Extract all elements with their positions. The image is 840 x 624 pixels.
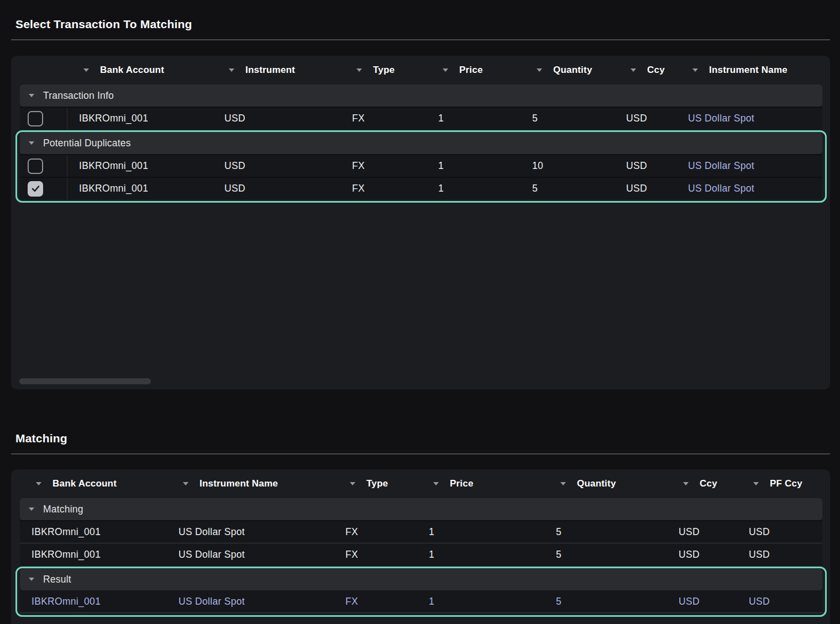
column-menu-icon[interactable]: [560, 482, 566, 485]
column-menu-icon[interactable]: [683, 482, 689, 485]
cell-type: FX: [340, 155, 427, 177]
cell-instrument-name-link[interactable]: US Dollar Spot: [676, 108, 822, 129]
column-menu-icon[interactable]: [433, 482, 439, 485]
column-menu-icon[interactable]: [443, 68, 448, 72]
table2-header-ccy[interactable]: Ccy: [667, 478, 737, 489]
row-select-cell: [20, 155, 67, 177]
collapse-icon[interactable]: [29, 94, 34, 97]
table-row: IBKROmni_001 USD FX 1 5 USD US Dollar Sp…: [20, 177, 822, 199]
cell-pf-ccy: USD: [737, 590, 822, 612]
checkmark-icon: [30, 183, 41, 194]
cell-quantity: 5: [544, 590, 667, 612]
cell-ccy: USD: [667, 521, 737, 543]
potential-duplicates-highlight: Potential Duplicates IBKROmni_001 USD FX…: [15, 130, 827, 203]
table2-header-instrument-name[interactable]: Instrument Name: [167, 478, 334, 489]
cell-ccy: USD: [667, 590, 737, 612]
column-menu-icon[interactable]: [36, 482, 41, 485]
table-row: IBKROmni_001 US Dollar Spot FX 1 5 USD U…: [20, 520, 822, 543]
cell-instrument-name: US Dollar Spot: [167, 543, 334, 565]
cell-quantity: 5: [544, 543, 667, 565]
row-select-cell: [20, 178, 67, 199]
section1-divider: [11, 39, 830, 40]
result-row: IBKROmni_001 US Dollar Spot FX 1 5 USD U…: [20, 590, 822, 613]
cell-price: 1: [427, 178, 521, 199]
column-menu-icon[interactable]: [350, 482, 355, 485]
cell-price: 1: [417, 590, 544, 612]
collapse-icon[interactable]: [29, 141, 34, 145]
cell-instrument: USD: [213, 178, 340, 199]
cell-ccy: USD: [615, 178, 676, 199]
row-checkbox[interactable]: [28, 111, 43, 126]
result-highlight: Result IBKROmni_001 US Dollar Spot FX 1 …: [15, 567, 827, 617]
cell-instrument-name-link[interactable]: US Dollar Spot: [676, 178, 822, 199]
cell-price: 1: [417, 521, 544, 543]
table1-header-type[interactable]: Type: [340, 65, 427, 76]
select-transaction-table: Bank Account Instrument Type Price Quant…: [11, 56, 830, 389]
cell-type: FX: [340, 108, 427, 129]
table2-header-bank-account[interactable]: Bank Account: [20, 478, 167, 489]
cell-quantity: 10: [521, 155, 615, 177]
cell-bank-account: IBKROmni_001: [67, 178, 213, 199]
cell-quantity: 5: [544, 521, 667, 543]
cell-instrument: USD: [213, 155, 340, 177]
cell-instrument-name-link[interactable]: US Dollar Spot: [676, 155, 822, 177]
table2-header-row: Bank Account Instrument Name Type Price …: [11, 469, 830, 498]
cell-instrument-name: US Dollar Spot: [167, 590, 334, 612]
table2-header-type[interactable]: Type: [334, 478, 417, 489]
collapse-icon[interactable]: [29, 507, 34, 511]
row-checkbox[interactable]: [28, 158, 43, 174]
collapse-icon[interactable]: [29, 578, 34, 581]
table1-header-bank-account[interactable]: Bank Account: [67, 65, 213, 76]
table1-header-quantity[interactable]: Quantity: [521, 65, 615, 76]
cell-type: FX: [340, 178, 427, 199]
table2-header-quantity[interactable]: Quantity: [544, 478, 667, 489]
matching-table: Bank Account Instrument Name Type Price …: [11, 469, 830, 624]
cell-quantity: 5: [521, 178, 615, 199]
cell-bank-account: IBKROmni_001: [20, 590, 167, 612]
table-row: IBKROmni_001 US Dollar Spot FX 1 5 USD U…: [20, 543, 822, 565]
cell-type: FX: [334, 543, 417, 565]
column-menu-icon[interactable]: [183, 482, 188, 485]
cell-type: FX: [334, 590, 417, 612]
cell-ccy: USD: [667, 543, 737, 565]
cell-quantity: 5: [521, 108, 615, 129]
cell-bank-account: IBKROmni_001: [20, 543, 167, 565]
column-menu-icon[interactable]: [83, 68, 89, 72]
cell-bank-account: IBKROmni_001: [67, 155, 213, 177]
table1-header-instrument[interactable]: Instrument: [213, 65, 340, 76]
group-header-transaction-info[interactable]: Transaction Info: [20, 84, 822, 107]
table2-body: Matching IBKROmni_001 US Dollar Spot FX …: [11, 498, 830, 617]
cell-pf-ccy: USD: [737, 521, 822, 543]
cell-price: 1: [427, 155, 521, 177]
table1-header-price[interactable]: Price: [427, 65, 521, 76]
cell-bank-account: IBKROmni_001: [67, 108, 213, 129]
cell-ccy: USD: [615, 108, 676, 129]
section2-title: Matching: [15, 431, 829, 446]
group-header-result[interactable]: Result: [20, 568, 822, 590]
cell-bank-account: IBKROmni_001: [20, 521, 167, 543]
cell-pf-ccy: USD: [737, 543, 822, 565]
row-checkbox[interactable]: [28, 181, 43, 197]
cell-instrument: USD: [213, 108, 340, 129]
cell-type: FX: [334, 521, 417, 543]
table-row: IBKROmni_001 USD FX 1 5 USD US Dollar Sp…: [20, 107, 822, 129]
column-menu-icon[interactable]: [631, 68, 636, 72]
group-header-matching[interactable]: Matching: [20, 498, 822, 520]
group-header-potential-duplicates[interactable]: Potential Duplicates: [20, 132, 822, 154]
table-row: IBKROmni_001 USD FX 1 10 USD US Dollar S…: [20, 154, 822, 177]
column-menu-icon[interactable]: [356, 68, 362, 72]
table1-body: Transaction Info IBKROmni_001 USD FX 1 5…: [11, 84, 830, 203]
column-menu-icon[interactable]: [753, 482, 759, 485]
row-select-cell: [20, 108, 67, 129]
column-menu-icon[interactable]: [537, 68, 542, 72]
table1-header-ccy[interactable]: Ccy: [615, 65, 676, 76]
section1-title: Select Transaction To Matching: [15, 17, 829, 31]
table2-header-pf-ccy[interactable]: PF Ccy: [737, 478, 822, 489]
cell-ccy: USD: [615, 155, 676, 177]
column-menu-icon[interactable]: [692, 68, 698, 72]
column-menu-icon[interactable]: [229, 68, 234, 72]
horizontal-scrollbar-thumb[interactable]: [19, 378, 151, 384]
table1-header-instrument-name[interactable]: Instrument Name: [676, 65, 822, 76]
table1-header-row: Bank Account Instrument Type Price Quant…: [11, 56, 830, 84]
table2-header-price[interactable]: Price: [417, 478, 544, 489]
